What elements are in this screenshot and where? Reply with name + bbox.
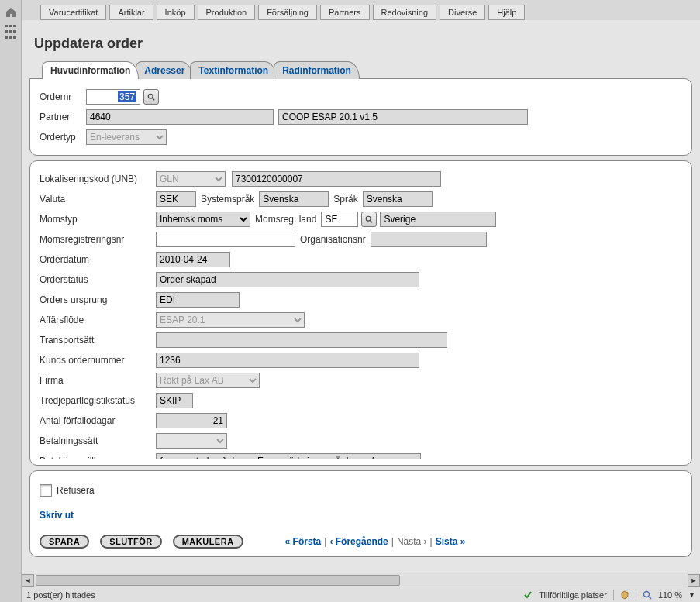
slutfor-button[interactable]: SLUTFÖR [100,535,161,549]
ordertyp-select[interactable]: En-leverans [86,129,167,145]
menu-forsaljning[interactable]: Försäljning [258,5,317,20]
partner-label: Partner [40,112,86,122]
systemsprak-input[interactable] [259,191,329,207]
tpl-label: Tredjepartlogistikstatus [40,395,156,406]
svg-line-5 [649,597,651,599]
refusera-label: Refusera [57,485,95,496]
tab-adresser[interactable]: Adresser [136,61,193,79]
status-zoom: 110 % [658,590,682,600]
systemsprak-label: Systemspråk [201,194,254,205]
valuta-label: Valuta [40,194,156,205]
ordernr-input[interactable]: 357 [86,89,140,105]
tab-textinformation[interactable]: Textinformation [190,61,277,79]
affarsflode-label: Affärsflöde [40,315,156,325]
ordernr-label: Ordernr [40,91,86,102]
orderdatum-label: Orderdatum [40,254,156,265]
status-record-count: 1 post(er) hittades [26,590,95,600]
skriv-ut-link[interactable]: Skriv ut [40,510,74,521]
tab-radinformation[interactable]: Radinformation [274,61,360,79]
makulera-button[interactable]: MAKULERA [173,535,243,549]
sprak-input[interactable] [363,191,433,207]
valuta-input[interactable] [156,191,196,207]
forfallodagar-input[interactable] [156,413,227,428]
momstyp-label: Momstyp [40,214,156,225]
scroll-right-button[interactable]: ► [688,574,700,587]
zoom-icon [643,590,652,600]
body-panel: Lokaliseringskod (UNB) GLN Valuta System… [29,160,692,466]
top-menu: Varucertifikat Artiklar Inköp Produktion… [22,0,700,20]
partner-name-input[interactable] [278,109,528,125]
lokaliseringskod-input[interactable] [232,171,441,187]
pager-last[interactable]: Sista » [436,536,466,547]
sprak-label: Språk [333,194,357,205]
transportsatt-label: Transportsätt [40,335,156,346]
tab-huvudinformation[interactable]: Huvudinformation [42,61,139,79]
lokaliseringskod-type-select[interactable]: GLN [156,171,226,187]
scroll-thumb[interactable] [36,575,400,586]
horizontal-scrollbar[interactable]: ◄ ► [22,573,700,587]
status-trust: Tillförlitliga platser [539,590,607,600]
head-panel: Ordernr 357 Partner Ordertyp En-leverans [29,78,692,156]
magnifier-icon [147,93,155,101]
lokaliseringskod-label: Lokaliseringskod (UNB) [40,174,156,184]
transportsatt-input[interactable] [156,332,447,348]
momsreg-land-code-input[interactable] [321,212,358,227]
check-icon [523,590,533,600]
tpl-input[interactable] [156,393,193,408]
momsregnr-label: Momsregistreringsnr [40,234,156,245]
menu-artiklar[interactable]: Artiklar [109,5,153,20]
momsregnr-input[interactable] [156,232,295,247]
betalningssatt-label: Betalningssätt [40,435,156,446]
kundsordernr-label: Kunds ordernummer [40,355,156,366]
menu-produktion[interactable]: Produktion [198,5,256,20]
ursprung-label: Orders ursprung [40,294,156,305]
refusera-checkbox[interactable] [40,484,52,497]
betalningsvillkor-label: Betalningsvillkor [40,456,156,459]
scroll-left-button[interactable]: ◄ [22,574,34,587]
orderstatus-input[interactable] [156,272,419,287]
orderstatus-label: Orderstatus [40,274,156,285]
pager-sep2: | [391,536,394,547]
pager-next[interactable]: Nästa › [397,536,427,547]
home-icon[interactable] [5,6,17,19]
svg-point-0 [148,94,153,98]
pager-sep3: | [430,536,433,547]
menu-redovisning[interactable]: Redovisning [373,5,437,20]
pager-prev[interactable]: ‹ Föregående [329,536,388,547]
momstyp-select[interactable]: Inhemsk moms [156,212,250,227]
grip-icon [5,25,16,40]
zoom-dropdown-icon[interactable]: ▼ [688,591,695,599]
spara-button[interactable]: SPARA [40,535,89,549]
partner-code-input[interactable] [86,109,274,125]
footer-panel: Refusera Skriv ut SPARA SLUTFÖR MAKULERA… [29,470,692,557]
betalningssatt-select[interactable] [156,433,227,449]
menu-hjalp[interactable]: Hjälp [488,5,525,20]
orderdatum-input[interactable] [156,252,230,267]
ordernr-search-button[interactable] [143,89,159,105]
page-title: Uppdatera order [34,36,692,52]
svg-line-3 [371,221,373,223]
momsreg-land-search-button[interactable] [361,212,377,227]
menu-diverse[interactable]: Diverse [440,5,485,20]
ordertyp-label: Ordertyp [40,132,86,143]
pager-first[interactable]: « Första [285,536,322,547]
menu-varucertifikat[interactable]: Varucertifikat [40,5,106,20]
orgnr-label: Organisationsnr [300,234,366,245]
betalningsvillkor-input[interactable] [156,453,421,459]
status-bar: 1 post(er) hittades Tillförlitliga plats… [22,587,700,602]
affarsflode-select[interactable]: ESAP 20.1 [156,312,305,328]
svg-line-1 [153,98,155,101]
momsreg-land-label: Momsreg. land [255,214,316,225]
ursprung-input[interactable] [156,292,240,308]
shield-icon [620,590,629,600]
menu-inkop[interactable]: Inköp [157,5,195,20]
tab-bar: Huvudinformation Adresser Textinformatio… [29,61,692,79]
menu-partners[interactable]: Partners [320,5,370,20]
momsreg-land-name-input[interactable] [380,212,496,227]
orgnr-input[interactable] [371,232,487,247]
forfallodagar-label: Antal förfallodagar [40,415,156,426]
firma-select[interactable]: Rökt på Lax AB [156,373,260,388]
svg-point-2 [367,216,371,221]
kundsordernr-input[interactable] [156,353,419,368]
pager-sep1: | [324,536,326,547]
